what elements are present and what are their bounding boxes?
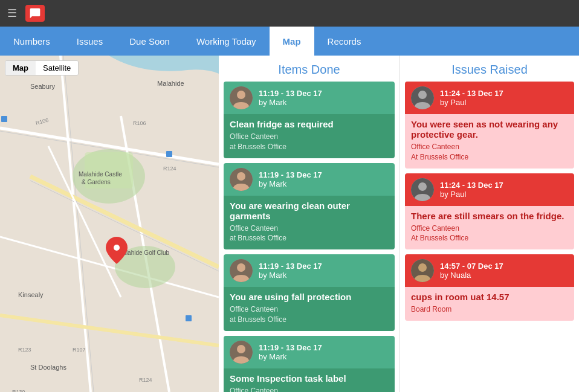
map-area: Map Satellite Seabury Mal: [0, 56, 219, 392]
svg-point-43: [418, 91, 427, 99]
topbar: ☰: [0, 0, 579, 27]
item-title: Some Inspection task label: [230, 373, 389, 384]
avatar: [411, 86, 434, 109]
nav-numbers[interactable]: Numbers: [0, 27, 63, 56]
svg-text:Seabury: Seabury: [30, 83, 55, 90]
nav-records[interactable]: Records: [314, 27, 375, 56]
issue-by: by Paul: [440, 98, 503, 107]
svg-rect-31: [166, 151, 172, 157]
item-card-header: 11:19 - 13 Dec 17 by Mark: [224, 254, 395, 287]
item-card[interactable]: 11:19 - 13 Dec 17 by Mark You are using …: [224, 254, 395, 331]
issue-card[interactable]: 14:57 - 07 Dec 17 by Nuala cups in room …: [405, 254, 574, 321]
items-done-panel: Items Done 11:19 - 13 Dec 17 by Mark Cle…: [219, 56, 400, 392]
item-by: by Mark: [259, 98, 322, 107]
item-time: 11:19 - 13 Dec 17: [259, 89, 322, 98]
item-card[interactable]: 11:19 - 13 Dec 17 by Mark Clean fridge a…: [224, 82, 395, 158]
avatar: [230, 341, 253, 364]
map-toggle-map[interactable]: Map: [5, 61, 36, 75]
issue-card[interactable]: 11:24 - 13 Dec 17 by Paul You were seen …: [405, 82, 574, 169]
svg-text:R124: R124: [163, 165, 176, 172]
item-card[interactable]: 11:19 - 13 Dec 17 by Mark You are wearin…: [224, 163, 395, 250]
nav-working-today[interactable]: Working Today: [183, 27, 270, 56]
issue-title: There are still smears on the fridge.: [411, 211, 568, 221]
nav-map[interactable]: Map: [270, 27, 314, 56]
item-meta: 11:19 - 13 Dec 17 by Mark: [259, 262, 322, 280]
item-title: You are wearing clean outer garments: [230, 201, 389, 221]
item-title: You are using fall protection: [230, 292, 389, 302]
issue-title: You were seen as not wearing any protect…: [411, 119, 568, 140]
main-content: Map Satellite Seabury Mal: [0, 56, 579, 392]
map-toggle-satellite[interactable]: Satellite: [36, 61, 78, 75]
svg-rect-30: [1, 116, 7, 122]
issues-raised-title: Issues Raised: [400, 56, 579, 82]
issue-time: 14:57 - 07 Dec 17: [440, 262, 503, 271]
issue-body: There are still smears on the fridge. Of…: [405, 206, 574, 250]
issue-body: You were seen as not wearing any protect…: [405, 114, 574, 169]
item-by: by Mark: [259, 271, 322, 280]
map-toggle: Map Satellite: [5, 60, 79, 76]
svg-point-35: [237, 91, 245, 99]
avatar: [411, 178, 434, 201]
issue-time: 11:24 - 13 Dec 17: [440, 89, 503, 98]
issue-body: cups in room uat 14.57 Board Room: [405, 287, 574, 321]
issue-card-header: 14:57 - 07 Dec 17 by Nuala: [405, 254, 574, 287]
item-meta: 11:19 - 13 Dec 17 by Mark: [259, 343, 322, 361]
svg-point-47: [418, 263, 427, 272]
issue-time: 11:24 - 13 Dec 17: [440, 181, 503, 190]
item-body: You are wearing clean outer garments Off…: [224, 196, 395, 250]
issue-location: Office Canteen At Brussels Office: [411, 223, 568, 244]
svg-text:R107: R107: [73, 347, 86, 353]
item-card-header: 11:19 - 13 Dec 17 by Mark: [224, 163, 395, 196]
item-by: by Mark: [259, 352, 322, 361]
issues-raised-panel: Issues Raised 11:24 - 13 Dec 17 by Paul …: [400, 56, 579, 392]
items-done-title: Items Done: [219, 56, 399, 82]
item-time: 11:19 - 13 Dec 17: [259, 343, 322, 352]
hamburger-icon[interactable]: ☰: [7, 7, 17, 20]
svg-point-37: [237, 172, 245, 181]
svg-text:R139: R139: [12, 389, 25, 392]
svg-text:Malahide Castle: Malahide Castle: [79, 171, 122, 178]
svg-point-41: [237, 345, 245, 353]
item-location: Office Canteen at Brussels Office: [230, 386, 389, 392]
issue-title: cups in room uat 14.57: [411, 292, 568, 302]
nav-issues[interactable]: Issues: [63, 27, 116, 56]
item-location: Office Canteen at Brussels Office: [230, 132, 389, 152]
item-time: 11:19 - 13 Dec 17: [259, 262, 322, 271]
svg-text:R124: R124: [139, 377, 152, 383]
svg-point-39: [237, 263, 245, 272]
nav-due-soon[interactable]: Due Soon: [116, 27, 183, 56]
svg-text:R106: R106: [133, 120, 146, 126]
issue-meta: 11:24 - 13 Dec 17 by Paul: [440, 181, 503, 199]
issue-by: by Nuala: [440, 271, 503, 280]
item-body: Clean fridge as required Office Canteen …: [224, 114, 395, 158]
item-body: Some Inspection task label Office Cantee…: [224, 368, 395, 392]
app-icon[interactable]: [25, 5, 45, 22]
issue-location: Office Canteen At Brussels Office: [411, 142, 568, 162]
svg-text:Malahide: Malahide: [157, 80, 184, 87]
svg-rect-32: [186, 315, 192, 321]
item-card[interactable]: 11:19 - 13 Dec 17 by Mark Some Inspectio…: [224, 336, 395, 392]
item-meta: 11:19 - 13 Dec 17 by Mark: [259, 89, 322, 107]
issue-meta: 14:57 - 07 Dec 17 by Nuala: [440, 262, 503, 280]
item-body: You are using fall protection Office Can…: [224, 287, 395, 331]
map-svg[interactable]: Seabury Malahide Malahide Castle & Garde…: [0, 56, 219, 392]
issue-by: by Paul: [440, 190, 503, 199]
item-title: Clean fridge as required: [230, 119, 389, 129]
avatar: [230, 86, 253, 109]
item-card-header: 11:19 - 13 Dec 17 by Mark: [224, 336, 395, 368]
item-meta: 11:19 - 13 Dec 17 by Mark: [259, 170, 322, 188]
item-card-header: 11:19 - 13 Dec 17 by Mark: [224, 82, 395, 114]
issue-location: Board Room: [411, 304, 568, 315]
issue-card-header: 11:24 - 13 Dec 17 by Paul: [405, 82, 574, 114]
avatar: [230, 259, 253, 282]
svg-text:St Doolaghs: St Doolaghs: [30, 364, 66, 371]
issue-card[interactable]: 11:24 - 13 Dec 17 by Paul There are stil…: [405, 173, 574, 250]
item-time: 11:19 - 13 Dec 17: [259, 170, 322, 179]
svg-text:Kinsealy: Kinsealy: [18, 291, 44, 298]
navbar: Numbers Issues Due Soon Working Today Ma…: [0, 27, 579, 56]
svg-text:R123: R123: [18, 347, 31, 353]
svg-point-45: [418, 182, 427, 191]
svg-point-29: [114, 245, 120, 251]
issue-card-header: 11:24 - 13 Dec 17 by Paul: [405, 173, 574, 206]
item-location: Office Canteen at Brussels Office: [230, 304, 389, 325]
